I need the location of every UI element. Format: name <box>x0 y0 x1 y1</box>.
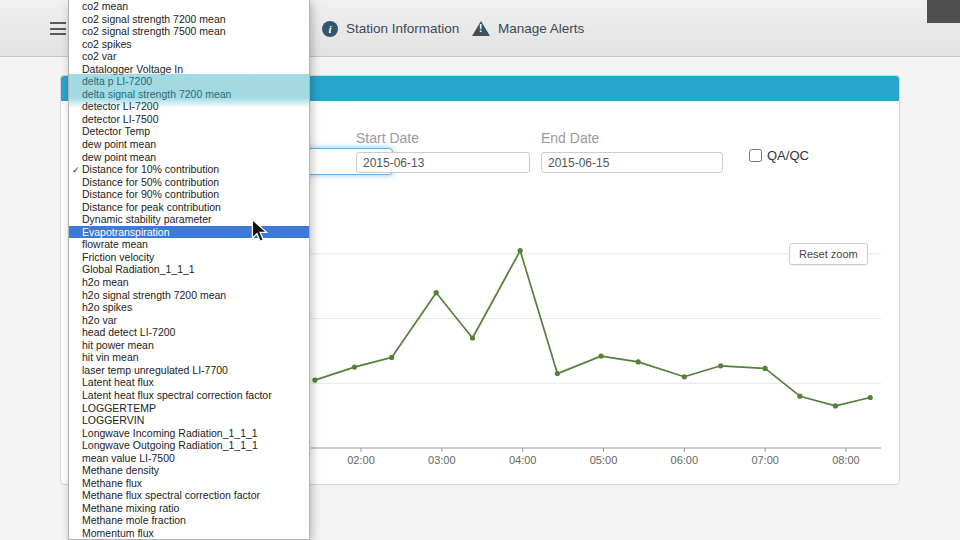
dropdown-option[interactable]: mean value LI-7500 <box>69 452 309 465</box>
dropdown-option-label: Dynamic stability parameter <box>82 213 212 225</box>
dropdown-option-label: Methane flux <box>82 477 142 489</box>
dropdown-option[interactable]: h2o var <box>69 314 309 327</box>
dropdown-option[interactable]: delta p LI-7200 <box>69 75 309 88</box>
data-point[interactable] <box>555 371 560 376</box>
dropdown-option-label: co2 signal strength 7500 mean <box>82 25 226 37</box>
dropdown-option[interactable]: LOGGERVIN <box>69 414 309 427</box>
dropdown-option[interactable]: detector LI-7500 <box>69 113 309 126</box>
dropdown-option[interactable]: Longwave Outgoing Radiation_1_1_1 <box>69 439 309 452</box>
dropdown-option-label: hit vin mean <box>82 351 139 363</box>
dropdown-option[interactable]: ✓Distance for 10% contribution <box>69 163 309 176</box>
menu-icon[interactable] <box>50 22 66 35</box>
dropdown-option[interactable]: Latent heat flux <box>69 376 309 389</box>
dropdown-option-label: Detector Temp <box>82 125 150 137</box>
dropdown-option[interactable]: Evapotranspiration <box>69 226 309 239</box>
data-point[interactable] <box>389 355 394 360</box>
dropdown-option[interactable]: co2 signal strength 7200 mean <box>69 13 309 26</box>
dropdown-option[interactable]: Methane flux <box>69 477 309 490</box>
data-point[interactable] <box>599 354 604 359</box>
dropdown-option[interactable]: co2 mean <box>69 0 309 13</box>
dropdown-option[interactable]: dew point mean <box>69 151 309 164</box>
dropdown-option-label: Distance for 90% contribution <box>82 188 219 200</box>
data-point[interactable] <box>518 248 523 253</box>
dropdown-option[interactable]: LOGGERTEMP <box>69 402 309 415</box>
dropdown-option-label: h2o var <box>82 314 117 326</box>
x-tick-label: 06:00 <box>671 454 699 466</box>
dropdown-option[interactable]: delta signal strength 7200 mean <box>69 88 309 101</box>
qaqc-checkbox[interactable] <box>749 149 762 162</box>
data-point[interactable] <box>868 395 873 400</box>
nav-manage-alerts[interactable]: Manage Alerts <box>472 0 584 57</box>
dropdown-option-label: Methane density <box>82 464 159 476</box>
data-point[interactable] <box>718 363 723 368</box>
dropdown-option-label: h2o mean <box>82 276 129 288</box>
dropdown-option-label: Latent heat flux spectral correction fac… <box>82 389 272 401</box>
dropdown-option-label: Methane flux spectral correction factor <box>82 489 260 501</box>
dropdown-option[interactable]: Latent heat flux spectral correction fac… <box>69 389 309 402</box>
dropdown-option[interactable]: Distance for peak contribution <box>69 201 309 214</box>
end-date-input[interactable] <box>541 152 723 173</box>
dropdown-option[interactable]: laser temp unregulated LI-7700 <box>69 364 309 377</box>
dropdown-option[interactable]: Methane flux spectral correction factor <box>69 489 309 502</box>
x-tick-label: 03:00 <box>428 454 456 466</box>
dropdown-option-label: co2 signal strength 7200 mean <box>82 13 226 25</box>
dropdown-option-label: flowrate mean <box>82 238 148 250</box>
dropdown-option[interactable]: Distance for 90% contribution <box>69 188 309 201</box>
dropdown-option[interactable]: Detector Temp <box>69 125 309 138</box>
dropdown-option[interactable]: h2o spikes <box>69 301 309 314</box>
dropdown-option[interactable]: head detect LI-7200 <box>69 326 309 339</box>
dropdown-option[interactable]: co2 signal strength 7500 mean <box>69 25 309 38</box>
dropdown-option[interactable]: Methane mole fraction <box>69 514 309 527</box>
dropdown-option-label: Evapotranspiration <box>82 226 170 238</box>
start-date-input[interactable] <box>356 152 530 173</box>
data-point[interactable] <box>636 359 641 364</box>
dropdown-option-label: Methane mixing ratio <box>82 502 179 514</box>
data-point[interactable] <box>470 335 475 340</box>
check-icon: ✓ <box>72 164 80 176</box>
dropdown-option[interactable]: hit power mean <box>69 339 309 352</box>
nav-station-information[interactable]: i Station Information <box>322 0 459 57</box>
dropdown-option[interactable]: dew point mean <box>69 138 309 151</box>
data-point[interactable] <box>763 366 768 371</box>
dropdown-option[interactable]: co2 spikes <box>69 38 309 51</box>
data-point[interactable] <box>797 394 802 399</box>
dropdown-option-label: Momentum flux <box>82 527 154 539</box>
dropdown-option[interactable]: hit vin mean <box>69 351 309 364</box>
dropdown-option-label: h2o spikes <box>82 301 132 313</box>
variable-dropdown-list: co2 meanco2 signal strength 7200 meanco2… <box>68 0 310 540</box>
dropdown-option[interactable]: Global Radiation_1_1_1 <box>69 263 309 276</box>
dropdown-option[interactable]: h2o signal strength 7200 mean <box>69 289 309 302</box>
data-point[interactable] <box>352 365 357 370</box>
dropdown-option-label: Distance for 50% contribution <box>82 176 219 188</box>
x-tick-label: 07:00 <box>751 454 779 466</box>
dropdown-option[interactable]: Dynamic stability parameter <box>69 213 309 226</box>
qaqc-label: QA/QC <box>767 148 809 163</box>
dropdown-option[interactable]: Methane mixing ratio <box>69 502 309 515</box>
dropdown-option[interactable]: Distance for 50% contribution <box>69 176 309 189</box>
data-point[interactable] <box>833 403 838 408</box>
qaqc-control: QA/QC <box>749 148 809 163</box>
dropdown-option-label: mean value LI-7500 <box>82 452 175 464</box>
x-tick-label: 08:00 <box>832 454 860 466</box>
scrollbar-thumb-fragment[interactable] <box>927 0 960 23</box>
dropdown-option-label: delta p LI-7200 <box>82 75 152 87</box>
reset-zoom-button[interactable]: Reset zoom <box>789 243 868 265</box>
nav-station-information-label: Station Information <box>346 21 459 36</box>
dropdown-option-label: Longwave Incoming Radiation_1_1_1 <box>82 427 258 439</box>
dropdown-option-label: dew point mean <box>82 138 156 150</box>
dropdown-option[interactable]: Methane density <box>69 464 309 477</box>
dropdown-option[interactable]: Friction velocity <box>69 251 309 264</box>
dropdown-option[interactable]: detector LI-7200 <box>69 100 309 113</box>
dropdown-option[interactable]: Datalogger Voltage In <box>69 63 309 76</box>
data-point[interactable] <box>434 290 439 295</box>
data-point[interactable] <box>312 378 317 383</box>
dropdown-option[interactable]: co2 var <box>69 50 309 63</box>
data-point[interactable] <box>682 374 687 379</box>
dropdown-option[interactable]: Longwave Incoming Radiation_1_1_1 <box>69 427 309 440</box>
x-tick-label: 05:00 <box>590 454 618 466</box>
x-tick-label: 04:00 <box>509 454 537 466</box>
dropdown-option[interactable]: h2o mean <box>69 276 309 289</box>
dropdown-option[interactable]: flowrate mean <box>69 238 309 251</box>
data-line <box>315 251 870 406</box>
dropdown-option[interactable]: Momentum flux <box>69 527 309 540</box>
